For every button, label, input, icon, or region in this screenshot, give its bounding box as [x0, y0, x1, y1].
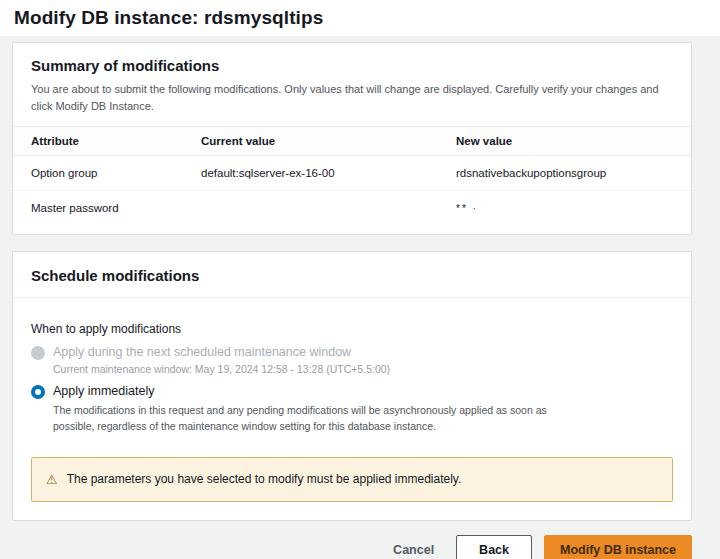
column-header-current-value: Current value [183, 127, 438, 156]
summary-description: You are about to submit the following mo… [31, 81, 663, 114]
warning-text: The parameters you have selected to modi… [67, 472, 462, 488]
warning-banner: ⚠ The parameters you have selected to mo… [31, 457, 673, 503]
cell-current-value [183, 191, 438, 226]
summary-heading: Summary of modifications [31, 57, 673, 74]
summary-of-modifications-card: Summary of modifications You are about t… [12, 42, 692, 235]
schedule-heading: Schedule modifications [31, 267, 673, 284]
radio-maintenance-window-label: Apply during the next scheduled maintena… [53, 345, 351, 359]
footer-actions: Cancel Back Modify DB instance [0, 535, 692, 559]
option-maintenance-window: Apply during the next scheduled maintena… [31, 345, 673, 375]
cell-attribute: Master password [13, 191, 183, 226]
when-to-apply-label: When to apply modifications [31, 322, 673, 336]
page-title: Modify DB instance: rdsmysqltips [14, 7, 323, 29]
cell-attribute: Option group [13, 156, 183, 191]
page-header: Modify DB instance: rdsmysqltips [0, 0, 720, 36]
apply-immediately-description: The modifications in this request and an… [53, 403, 573, 435]
column-header-new-value: New value [438, 127, 691, 156]
cell-current-value: default:sqlserver-ex-16-00 [183, 156, 438, 191]
modifications-table: Attribute Current value New value Option… [13, 126, 691, 225]
maintenance-window-description: Current maintenance window: May 19, 2024… [53, 363, 673, 375]
option-apply-immediately: Apply immediately The modifications in t… [31, 384, 673, 435]
modify-db-instance-button[interactable]: Modify DB instance [544, 535, 692, 559]
schedule-modifications-card: Schedule modifications When to apply mod… [12, 251, 692, 521]
cell-new-value: ** · [438, 191, 691, 226]
back-button[interactable]: Back [456, 535, 532, 559]
warning-triangle-icon: ⚠ [46, 472, 58, 488]
radio-apply-immediately[interactable] [31, 385, 45, 399]
table-header-row: Attribute Current value New value [13, 127, 691, 156]
radio-maintenance-window [31, 346, 45, 360]
radio-apply-immediately-label[interactable]: Apply immediately [53, 384, 154, 398]
cell-new-value: rdsnativebackupoptionsgroup [438, 156, 691, 191]
cancel-button[interactable]: Cancel [379, 536, 448, 559]
column-header-attribute: Attribute [13, 127, 183, 156]
table-row-master-password: Master password ** · [13, 191, 691, 226]
table-row-option-group: Option group default:sqlserver-ex-16-00 … [13, 156, 691, 191]
